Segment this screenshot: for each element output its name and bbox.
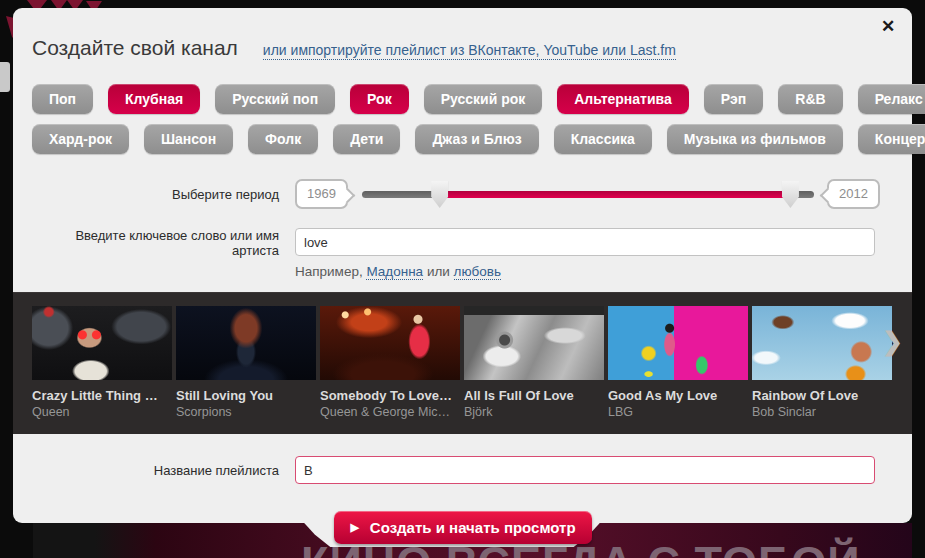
period-from-value: 1969 [295, 179, 348, 209]
period-slider[interactable] [362, 178, 814, 210]
period-to-value: 2012 [827, 179, 880, 209]
keyword-input[interactable] [295, 228, 875, 256]
video-artist: Scorpions [176, 405, 316, 419]
genre-kids[interactable]: Дети [333, 124, 400, 154]
genre-concerts[interactable]: Концерты [858, 124, 925, 154]
genre-folk[interactable]: Фолк [248, 124, 318, 154]
genre-russian-pop[interactable]: Русский поп [215, 84, 335, 114]
video-title: Crazy Little Thing … [32, 388, 172, 403]
video-title: All Is Full Of Love [464, 388, 604, 403]
period-label: Выберите период [32, 187, 295, 202]
results-carousel: Crazy Little Thing … Queen Still Loving … [13, 292, 912, 434]
dialog-title: Создайте свой канал [32, 36, 238, 60]
dialog-header: Создайте свой канал или импортируйте пле… [32, 36, 676, 60]
carousel-next-icon[interactable]: ❯ [882, 327, 903, 356]
create-and-watch-button[interactable]: ▶ Создать и начать просмотр [334, 511, 592, 544]
genre-club[interactable]: Клубная [108, 84, 200, 114]
genre-hard-rock[interactable]: Хард-рок [32, 124, 129, 154]
import-playlist-link[interactable]: или импортируйте плейлист из ВКонтакте, … [263, 42, 676, 60]
hint-link-madonna[interactable]: Мадонна [366, 264, 423, 280]
video-thumbnail[interactable] [464, 306, 604, 380]
video-title: Somebody To Love… [320, 388, 460, 403]
genre-rnb[interactable]: R&B [778, 84, 842, 114]
genre-rock[interactable]: Рок [350, 84, 409, 114]
video-artist: LBG [608, 405, 748, 419]
video-card[interactable]: Somebody To Love… Queen & George Mic… [320, 306, 460, 419]
playlist-name-label: Название плейлиста [32, 463, 295, 478]
genre-row-2: Хард-рок Шансон Фолк Дети Джаз и Блюз Кл… [32, 124, 893, 154]
genre-rap[interactable]: Рэп [704, 84, 764, 114]
video-artist: Bob Sinclar [752, 405, 892, 419]
video-title: Still Loving You [176, 388, 316, 403]
video-thumbnail[interactable] [32, 306, 172, 380]
hint-prefix: Например, [295, 264, 366, 279]
genre-pop[interactable]: Поп [32, 84, 93, 114]
carousel-cards: Crazy Little Thing … Queen Still Loving … [13, 293, 912, 419]
genre-alternative[interactable]: Альтернатива [557, 84, 689, 114]
genre-chanson[interactable]: Шансон [144, 124, 233, 154]
video-thumbnail[interactable] [608, 306, 748, 380]
genre-russian-rock[interactable]: Русский рок [424, 84, 543, 114]
video-thumbnail[interactable] [320, 306, 460, 380]
create-channel-dialog: ✕ Создайте свой канал или импортируйте п… [13, 8, 912, 523]
video-card[interactable]: All Is Full Of Love Björk [464, 306, 604, 419]
close-icon[interactable]: ✕ [877, 16, 899, 38]
playlist-name-input[interactable] [295, 456, 875, 484]
video-card[interactable]: Still Loving You Scorpions [176, 306, 316, 419]
video-thumbnail[interactable] [176, 306, 316, 380]
genre-relax[interactable]: Релакс [858, 84, 925, 114]
video-title: Rainbow Of Love [752, 388, 892, 403]
video-card[interactable]: Good As My Love LBG [608, 306, 748, 419]
keyword-row: Введите ключевое слово или имя артиста Н… [32, 228, 875, 279]
keyword-hint: Например, Мадонна или любовь [295, 264, 875, 279]
video-card[interactable]: Rainbow Of Love Bob Sinclar [752, 306, 892, 419]
create-button-label: Создать и начать просмотр [370, 519, 576, 536]
video-title: Good As My Love [608, 388, 748, 403]
hint-middle: или [423, 264, 453, 279]
video-artist: Björk [464, 405, 604, 419]
video-card[interactable]: Crazy Little Thing … Queen [32, 306, 172, 419]
video-artist: Queen [32, 405, 172, 419]
play-icon: ▶ [350, 522, 358, 533]
video-thumbnail[interactable] [752, 306, 892, 380]
hint-link-love[interactable]: любовь [454, 264, 501, 280]
genre-movie-music[interactable]: Музыка из фильмов [667, 124, 843, 154]
genre-row-1: Поп Клубная Русский поп Рок Русский рок … [32, 84, 893, 114]
period-row: Выберите период 1969 2012 [32, 178, 880, 210]
slider-handle-to[interactable] [782, 181, 799, 208]
genre-jazz-blues[interactable]: Джаз и Блюз [415, 124, 538, 154]
keyword-label: Введите ключевое слово или имя артиста [32, 228, 295, 258]
genre-classical[interactable]: Классика [554, 124, 652, 154]
playlist-name-row: Название плейлиста [32, 456, 875, 484]
background-side-tab [0, 62, 10, 92]
slider-handle-from[interactable] [431, 181, 448, 208]
slider-selected-range[interactable] [440, 191, 791, 198]
video-artist: Queen & George Mic… [320, 405, 460, 419]
